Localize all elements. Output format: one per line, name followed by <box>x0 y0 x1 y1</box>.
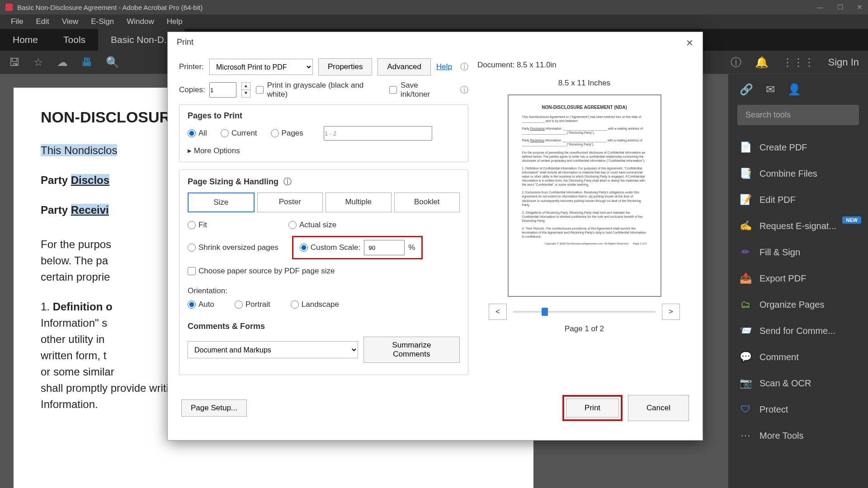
grayscale-checkbox[interactable] <box>256 86 264 94</box>
search-icon[interactable]: 🔍 <box>106 56 119 69</box>
print-dialog: Print ✕ Printer: Microsoft Print to PDF … <box>167 32 703 441</box>
properties-button[interactable]: Properties <box>318 58 372 75</box>
panel-scan-ocr[interactable]: 📷Scan & OCR <box>728 370 868 396</box>
cancel-button[interactable]: Cancel <box>628 395 689 421</box>
tab-tools[interactable]: Tools <box>51 29 98 51</box>
panel-comment[interactable]: 💬Comment <box>728 344 868 370</box>
search-tools-input[interactable]: Search tools <box>737 105 859 125</box>
minimize-icon[interactable]: — <box>817 3 824 11</box>
link-icon[interactable]: 🔗 <box>740 83 753 96</box>
apps-icon[interactable]: ⋮⋮⋮ <box>782 56 815 69</box>
new-badge: NEW <box>842 216 861 224</box>
pages-to-print-section: Pages to Print All Current Pages ▸ More … <box>179 104 468 162</box>
pages-pages-radio[interactable] <box>271 129 279 137</box>
close-window-icon[interactable]: ✕ <box>857 3 863 11</box>
window-titlebar: Basic Non-Disclosure Agreement - Adobe A… <box>0 0 868 14</box>
multiple-tab[interactable]: Multiple <box>326 192 392 212</box>
panel-request-esign[interactable]: ✍Request E-signat...NEW <box>728 213 868 239</box>
pages-all-radio[interactable] <box>188 129 196 137</box>
panel-export-pdf[interactable]: 📤Export PDF <box>728 265 868 291</box>
percent-label: % <box>408 243 415 252</box>
zoom-slider[interactable] <box>513 311 656 313</box>
booklet-tab[interactable]: Booklet <box>394 192 460 212</box>
cloud-upload-icon[interactable]: ☁ <box>57 56 68 69</box>
help-icon[interactable]: ⓘ <box>731 55 741 70</box>
dialog-close-icon[interactable]: ✕ <box>686 38 693 48</box>
preview-prev-button[interactable]: < <box>489 304 507 320</box>
page-setup-button[interactable]: Page Setup... <box>181 399 247 417</box>
size-tab[interactable]: Size <box>188 192 255 212</box>
help-info-icon[interactable]: ⓘ <box>460 61 468 72</box>
signin-link[interactable]: Sign In <box>828 56 859 68</box>
pages-current-radio[interactable] <box>221 129 229 137</box>
panel-send-comment[interactable]: 📨Send for Comme... <box>728 318 868 344</box>
menu-view[interactable]: View <box>56 17 85 26</box>
page-sizing-section: Page Sizing & Handling ⓘ Size Poster Mul… <box>179 169 468 375</box>
panel-more-tools[interactable]: ⋯More Tools <box>728 422 868 449</box>
bell-icon[interactable]: 🔔 <box>755 56 769 69</box>
auto-radio[interactable] <box>188 300 196 309</box>
panel-organize-pages[interactable]: 🗂Organize Pages <box>728 291 868 318</box>
tab-home[interactable]: Home <box>0 29 51 51</box>
copies-label: Copies: <box>179 85 204 94</box>
paper-source-checkbox[interactable] <box>188 267 196 275</box>
panel-protect[interactable]: 🛡Protect <box>728 396 868 422</box>
panel-fill-sign[interactable]: ✏Fill & Sign <box>728 239 868 265</box>
document-dimensions: Document: 8.5 x 11.0in <box>477 61 691 70</box>
maximize-icon[interactable]: ☐ <box>837 3 843 11</box>
account-icon[interactable]: 👤 <box>788 83 801 96</box>
printer-select[interactable]: Microsoft Print to PDF <box>209 59 313 75</box>
landscape-radio[interactable] <box>291 300 299 309</box>
help-link[interactable]: Help <box>436 62 452 71</box>
sizing-info-icon[interactable]: ⓘ <box>283 177 292 186</box>
print-button[interactable]: Print <box>566 399 619 418</box>
dialog-title-text: Print <box>177 38 193 48</box>
pages-title: Pages to Print <box>188 111 460 121</box>
mail-icon[interactable]: ✉ <box>766 83 775 96</box>
sizing-title: Page Sizing & Handling <box>188 177 278 186</box>
window-title: Basic Non-Disclosure Agreement - Adobe A… <box>17 4 203 11</box>
custom-scale-input[interactable] <box>364 240 405 255</box>
save-icon[interactable]: 🖫 <box>9 56 20 69</box>
print-icon[interactable]: 🖶 <box>81 56 92 69</box>
custom-scale-radio[interactable] <box>300 244 308 252</box>
preview-dimensions: 8.5 x 11 Inches <box>477 79 691 88</box>
menu-esign[interactable]: E-Sign <box>85 17 120 26</box>
actual-size-radio[interactable] <box>288 221 297 229</box>
preview-next-button[interactable]: > <box>662 304 680 320</box>
more-options-toggle[interactable]: ▸ More Options <box>188 146 460 155</box>
menu-file[interactable]: File <box>5 17 29 26</box>
saveink-checkbox[interactable] <box>389 86 397 94</box>
fit-radio[interactable] <box>188 221 196 229</box>
comments-select[interactable]: Document and Markups <box>188 341 358 358</box>
copies-input[interactable] <box>209 82 236 98</box>
tools-panel: 🔗 ✉ 👤 Search tools 📄Create PDF 📑Combine … <box>728 74 868 488</box>
panel-edit-pdf[interactable]: 📝Edit PDF <box>728 187 868 213</box>
print-preview: NON-DISCLOSURE AGREEMENT (NDA) This Nond… <box>508 94 661 297</box>
panel-combine-files[interactable]: 📑Combine Files <box>728 160 868 187</box>
menu-help[interactable]: Help <box>160 17 189 26</box>
menu-window[interactable]: Window <box>120 17 160 26</box>
menubar: File Edit View E-Sign Window Help <box>0 14 868 29</box>
app-icon <box>5 4 13 11</box>
summarize-button[interactable]: Summarize Comments <box>363 337 460 363</box>
copies-spinner[interactable]: ▲▼ <box>241 82 250 98</box>
saveink-info-icon[interactable]: ⓘ <box>460 84 468 95</box>
pages-range-input[interactable] <box>324 126 432 141</box>
printer-label: Printer: <box>179 62 204 71</box>
shrink-radio[interactable] <box>188 244 196 252</box>
advanced-button[interactable]: Advanced <box>377 58 431 75</box>
panel-create-pdf[interactable]: 📄Create PDF <box>728 134 868 160</box>
comments-title: Comments & Forms <box>188 322 460 331</box>
orientation-label: Orientation: <box>188 286 460 296</box>
custom-scale-highlight: Custom Scale: % <box>292 236 423 259</box>
poster-tab[interactable]: Poster <box>257 192 323 212</box>
star-icon[interactable]: ☆ <box>33 56 43 69</box>
menu-edit[interactable]: Edit <box>29 17 55 26</box>
page-indicator: Page 1 of 2 <box>477 324 691 333</box>
portrait-radio[interactable] <box>235 300 243 309</box>
print-button-highlight: Print <box>562 395 623 421</box>
